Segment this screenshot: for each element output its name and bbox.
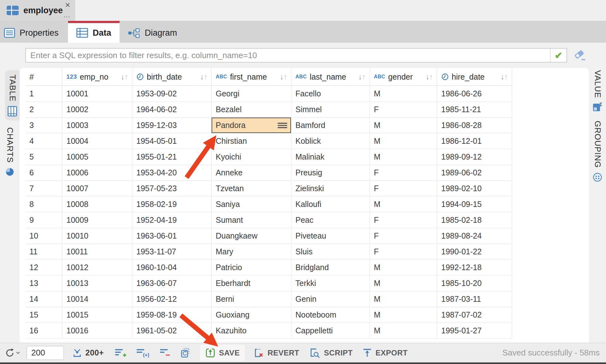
- table-cell[interactable]: Maliniak: [291, 149, 370, 165]
- table-cell[interactable]: 10006: [62, 165, 132, 181]
- table-cell[interactable]: Sluis: [291, 244, 370, 260]
- table-cell[interactable]: Mary: [212, 244, 291, 260]
- presentation-tab-table[interactable]: TABLE: [5, 70, 20, 120]
- table-cell[interactable]: 1953-09-02: [132, 86, 212, 102]
- presentation-tab-charts[interactable]: CHARTS: [5, 127, 15, 176]
- table-cell[interactable]: F: [370, 181, 437, 197]
- refresh-structure-button[interactable]: [180, 348, 192, 358]
- table-cell[interactable]: 10015: [62, 307, 132, 323]
- column-header-last_name[interactable]: ABClast_name↓↑: [291, 68, 370, 86]
- table-cell[interactable]: M: [370, 276, 437, 291]
- table-cell[interactable]: Chirstian: [212, 133, 291, 149]
- selected-cell[interactable]: Pandora: [212, 118, 291, 133]
- table-cell[interactable]: 1995-01-27: [437, 323, 512, 339]
- table-cell[interactable]: Tzvetan: [212, 181, 291, 197]
- table-cell[interactable]: 1989-06-02: [437, 165, 512, 181]
- sort-arrows-icon[interactable]: ↓↑: [501, 73, 508, 81]
- revert-button[interactable]: REVERT: [253, 348, 299, 358]
- table-cell[interactable]: 1964-06-02: [132, 102, 212, 118]
- table-cell[interactable]: Cappelletti: [291, 323, 370, 339]
- table-cell[interactable]: M: [370, 118, 437, 133]
- table-cell[interactable]: 1992-12-18: [437, 260, 512, 276]
- table-cell[interactable]: F: [370, 102, 437, 118]
- script-button[interactable]: SCRIPT: [309, 348, 353, 358]
- sort-arrows-icon[interactable]: ↓↑: [280, 73, 287, 81]
- table-cell[interactable]: 1989-08-24: [437, 228, 512, 244]
- table-cell[interactable]: 1994-09-15: [437, 197, 512, 212]
- sort-arrows-icon[interactable]: ↓↑: [358, 73, 366, 81]
- table-cell[interactable]: Bezalel: [212, 102, 291, 118]
- duplicate-row-button[interactable]: (+): [136, 348, 150, 358]
- table-cell[interactable]: Terkki: [291, 276, 370, 291]
- table-cell[interactable]: Duangkaew: [212, 228, 291, 244]
- table-cell[interactable]: Genin: [291, 291, 370, 307]
- column-header-first_name[interactable]: ABCfirst_name↓↑: [212, 68, 291, 86]
- table-cell[interactable]: 1955-01-21: [132, 149, 212, 165]
- table-cell[interactable]: M: [370, 260, 437, 276]
- table-cell[interactable]: 1963-06-01: [132, 228, 212, 244]
- table-cell[interactable]: Bridgland: [291, 260, 370, 276]
- table-cell[interactable]: 10004: [62, 133, 132, 149]
- table-cell[interactable]: 10008: [62, 197, 132, 212]
- table-cell[interactable]: 1985-10-20: [437, 276, 512, 291]
- column-header-gender[interactable]: ABCgender↓↑: [370, 68, 437, 86]
- table-cell[interactable]: 10011: [62, 244, 132, 260]
- table-cell[interactable]: 1989-09-12: [437, 149, 512, 165]
- table-cell[interactable]: 1986-12-01: [437, 133, 512, 149]
- close-icon[interactable]: ×: [65, 1, 70, 9]
- table-cell[interactable]: 10003: [62, 118, 132, 133]
- add-row-button[interactable]: [114, 348, 127, 358]
- panel-tab-grouping[interactable]: GROUPING: [593, 121, 603, 182]
- table-cell[interactable]: 1989-02-10: [437, 181, 512, 197]
- table-cell[interactable]: 1959-08-19: [132, 307, 212, 323]
- table-cell[interactable]: 10014: [62, 291, 132, 307]
- table-cell[interactable]: M: [370, 291, 437, 307]
- table-cell[interactable]: 1986-06-26: [437, 86, 512, 102]
- table-cell[interactable]: M: [370, 307, 437, 323]
- table-cell[interactable]: 1987-07-02: [437, 307, 512, 323]
- cell-menu-icon[interactable]: [278, 122, 287, 129]
- export-button[interactable]: EXPORT: [362, 348, 408, 358]
- table-cell[interactable]: M: [370, 323, 437, 339]
- table-cell[interactable]: Eberhardt: [212, 276, 291, 291]
- table-cell[interactable]: Georgi: [212, 86, 291, 102]
- table-cell[interactable]: 1961-05-02: [132, 323, 212, 339]
- sort-arrows-icon[interactable]: ↓↑: [200, 73, 207, 81]
- table-cell[interactable]: 10013: [62, 276, 132, 291]
- table-cell[interactable]: F: [370, 212, 437, 228]
- column-header-hire_date[interactable]: hire_date↓↑: [437, 68, 512, 86]
- table-cell[interactable]: Patricio: [212, 260, 291, 276]
- table-cell[interactable]: 10016: [62, 323, 132, 339]
- table-cell[interactable]: Anneke: [212, 165, 291, 181]
- delete-row-button[interactable]: [159, 348, 171, 358]
- table-cell[interactable]: 10010: [62, 228, 132, 244]
- table-cell[interactable]: Guoxiang: [212, 307, 291, 323]
- table-cell[interactable]: M: [370, 86, 437, 102]
- table-cell[interactable]: Facello: [291, 86, 370, 102]
- fetch-next-page-button[interactable]: 200+: [72, 348, 104, 358]
- table-cell[interactable]: Koblick: [291, 133, 370, 149]
- table-cell[interactable]: Bamford: [291, 118, 370, 133]
- tab-properties[interactable]: Properties: [0, 21, 68, 43]
- table-cell[interactable]: Saniya: [212, 197, 291, 212]
- fetch-size-input[interactable]: [27, 346, 64, 360]
- table-cell[interactable]: Kalloufi: [291, 197, 370, 212]
- table-cell[interactable]: 1985-02-18: [437, 212, 512, 228]
- table-cell[interactable]: 1958-02-19: [132, 197, 212, 212]
- table-cell[interactable]: 1960-10-04: [132, 260, 212, 276]
- table-cell[interactable]: Simmel: [291, 102, 370, 118]
- tab-data[interactable]: Data: [68, 21, 120, 43]
- table-cell[interactable]: Kyoichi: [212, 149, 291, 165]
- panel-tab-value[interactable]: VALUE: [593, 70, 603, 112]
- table-cell[interactable]: 1952-04-19: [132, 212, 212, 228]
- editor-tab-employee[interactable]: employee × ⋯: [0, 0, 75, 21]
- table-cell[interactable]: 1956-02-12: [132, 291, 212, 307]
- table-cell[interactable]: Zielinski: [291, 181, 370, 197]
- table-cell[interactable]: 1987-03-11: [437, 291, 512, 307]
- table-cell[interactable]: 1953-04-20: [132, 165, 212, 181]
- table-cell[interactable]: 1985-11-21: [437, 102, 512, 118]
- more-options-icon[interactable]: ⋯: [63, 13, 71, 20]
- sort-arrows-icon[interactable]: ↓↑: [121, 73, 128, 81]
- table-cell[interactable]: 1986-08-28: [437, 118, 512, 133]
- sql-filter-input[interactable]: [26, 49, 550, 62]
